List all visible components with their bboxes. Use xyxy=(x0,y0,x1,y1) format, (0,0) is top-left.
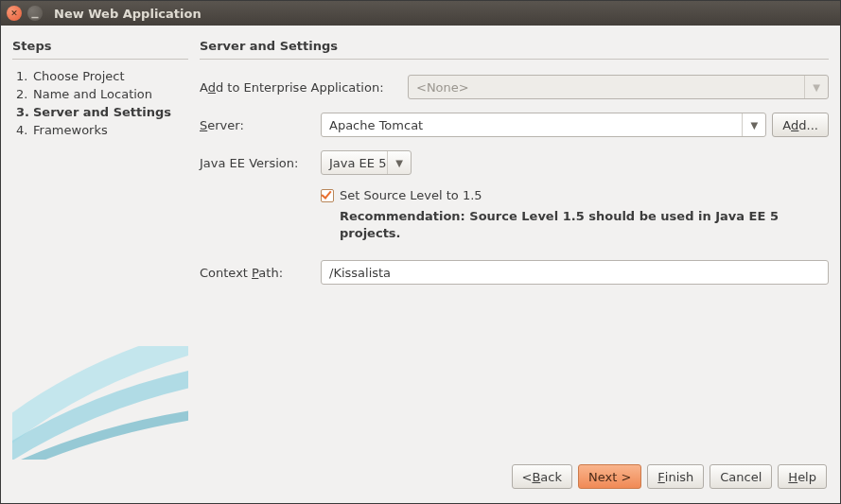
chevron-down-icon: ▼ xyxy=(742,113,758,136)
javaee-row: Java EE Version: Java EE 5 ▼ xyxy=(200,150,829,175)
context-path-input[interactable]: /Kissalista xyxy=(321,260,829,285)
server-dropdown[interactable]: Apache Tomcat ▼ xyxy=(321,113,766,137)
server-row: Server: Apache Tomcat ▼ Add... xyxy=(200,113,829,137)
panel-title: Server and Settings xyxy=(200,35,829,60)
javaee-value: Java EE 5 xyxy=(329,156,386,170)
javaee-dropdown[interactable]: Java EE 5 ▼ xyxy=(321,150,412,175)
cancel-button[interactable]: Cancel xyxy=(710,464,772,489)
context-path-value: /Kissalista xyxy=(329,266,391,280)
context-path-row: Context Path: /Kissalista xyxy=(200,260,829,285)
help-button[interactable]: Help xyxy=(778,464,827,489)
add-server-button[interactable]: Add... xyxy=(772,113,829,137)
server-label: Server: xyxy=(200,118,321,132)
source-level-checkbox[interactable] xyxy=(321,189,334,202)
step-server-settings: 3.Server and Settings xyxy=(16,103,188,121)
close-icon[interactable]: ✕ xyxy=(7,6,22,21)
chevron-down-icon: ▼ xyxy=(804,76,820,98)
wizard-decor xyxy=(12,346,188,460)
wave-icon xyxy=(12,346,188,460)
dialog-body: Steps 1.Choose Project 2.Name and Locati… xyxy=(1,26,840,460)
context-path-label: Context Path: xyxy=(200,266,321,280)
back-button[interactable]: < Back xyxy=(512,464,572,489)
step-frameworks: 4.Frameworks xyxy=(16,121,188,139)
main-panel: Server and Settings Add to Enterprise Ap… xyxy=(200,35,829,460)
window-title: New Web Application xyxy=(54,7,201,21)
enterprise-row: Add to Enterprise Application: <None> ▼ xyxy=(200,75,829,99)
enterprise-value: <None> xyxy=(416,80,469,95)
step-choose-project: 1.Choose Project xyxy=(16,67,188,85)
recommendation-text: Recommendation: Source Level 1.5 should … xyxy=(340,208,794,241)
wizard-window: ✕ ▁ New Web Application Steps 1.Choose P… xyxy=(0,0,841,504)
finish-button[interactable]: Finish xyxy=(647,464,704,489)
steps-list: 1.Choose Project 2.Name and Location 3.S… xyxy=(12,67,188,139)
server-value: Apache Tomcat xyxy=(329,118,423,132)
javaee-label: Java EE Version: xyxy=(200,156,321,170)
steps-header: Steps xyxy=(12,35,188,60)
enterprise-label: Add to Enterprise Application: xyxy=(200,80,408,95)
button-bar: < Back Next > Finish Cancel Help xyxy=(1,460,840,503)
next-button[interactable]: Next > xyxy=(578,464,641,489)
chevron-down-icon: ▼ xyxy=(387,151,403,174)
enterprise-dropdown[interactable]: <None> ▼ xyxy=(408,75,829,99)
source-level-label: Set Source Level to 1.5 xyxy=(340,188,482,202)
steps-sidebar: Steps 1.Choose Project 2.Name and Locati… xyxy=(12,35,188,460)
step-name-location: 2.Name and Location xyxy=(16,85,188,103)
minimize-icon[interactable]: ▁ xyxy=(27,6,43,21)
titlebar[interactable]: ✕ ▁ New Web Application xyxy=(1,1,840,26)
source-level-row: Set Source Level to 1.5 xyxy=(321,188,829,202)
